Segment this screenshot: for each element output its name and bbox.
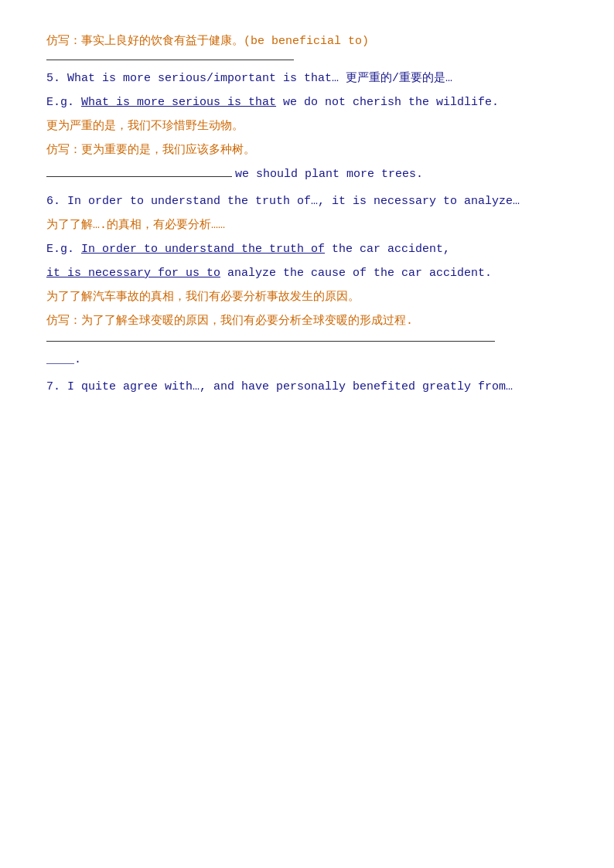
section5-example: E.g. What is more serious is that we do … [46,92,568,113]
section5-chinese: 更为严重的是，我们不珍惜野生动物。 [46,116,568,137]
section6-example: E.g. In order to understand the truth of… [46,239,568,260]
section-5: 5. What is more serious/important is tha… [46,68,568,185]
section-6: 6. In order to understand the truth of…,… [46,191,568,332]
imitation-intro: 仿写：事实上良好的饮食有益于健康。(be beneficial to) [46,31,568,52]
section5-fill-line-row: we should plant more trees. [46,164,568,185]
section6-middle: the car accident, [325,243,450,256]
section5-title: 5. What is more serious/important is tha… [46,68,568,89]
section5-underline: What is more serious is that [81,96,276,109]
section6-example-label: E.g. [46,243,81,256]
divider-long [46,341,495,342]
section6-chinese-meaning: 为了了解….的真相，有必要分析…… [46,215,568,236]
fill-rest-text: we should plant more trees. [235,168,423,181]
fill-blank-line [46,176,232,177]
section6-title: 6. In order to understand the truth of…,… [46,191,568,212]
section-7: 7. I quite agree with…, and have persona… [46,376,568,397]
example-label: E.g. [46,96,81,109]
bottom-divider-area: ____. [46,341,568,370]
divider-1 [46,60,294,60]
section6-underline2: it is necessary for us to [46,267,220,280]
section6-end: analyze the cause of the car accident. [220,267,492,280]
section6-chinese-translation: 为了了解汽车事故的真相，我们有必要分析事故发生的原因。 [46,287,568,308]
section6-imitation: 仿写：为了了解全球变暖的原因，我们有必要分析全球变暖的形成过程. [46,311,568,332]
fill-bottom: ____. [46,349,568,370]
section6-underline1: In order to understand the truth of [81,243,325,256]
section5-imitation-label: 仿写：更为重要的是，我们应该多种树。 [46,140,568,161]
section7-title: 7. I quite agree with…, and have persona… [46,376,568,397]
page-content: 仿写：事实上良好的饮食有益于健康。(be beneficial to) 5. W… [46,31,568,397]
section5-example-rest: we do not cherish the wildlife. [276,96,499,109]
section6-example-line2: it is necessary for us to analyze the ca… [46,263,568,284]
